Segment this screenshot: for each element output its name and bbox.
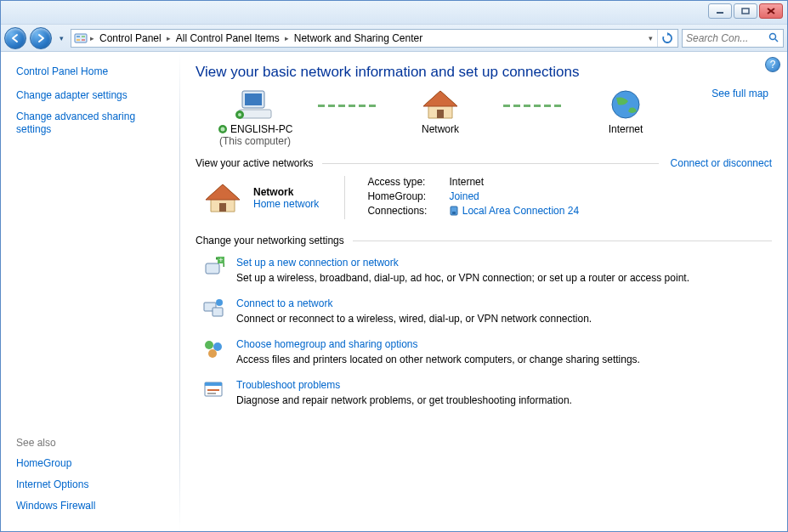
connect-disconnect-link[interactable]: Connect or disconnect	[671, 157, 772, 169]
svg-point-30	[213, 342, 222, 351]
svg-point-31	[208, 349, 217, 358]
see-also-label: See also	[16, 437, 169, 449]
address-dropdown[interactable]: ▾	[643, 34, 657, 42]
breadcrumb-item[interactable]: Control Panel	[96, 30, 165, 47]
svg-point-28	[216, 299, 223, 306]
map-connection-line	[318, 105, 377, 107]
refresh-button[interactable]	[657, 30, 676, 47]
svg-rect-33	[205, 382, 222, 386]
recent-pages-dropdown[interactable]: ▾	[55, 31, 67, 46]
svg-rect-1	[742, 8, 749, 14]
map-node-label: Internet	[609, 123, 643, 135]
task-title[interactable]: Set up a new connection or network	[236, 257, 689, 269]
section-label: Change your networking settings	[196, 235, 344, 246]
task-homegroup-sharing[interactable]: Choose homegroup and sharing options Acc…	[202, 338, 772, 365]
svg-rect-22	[452, 212, 456, 214]
svg-rect-5	[77, 36, 80, 37]
svg-rect-8	[82, 39, 85, 41]
maximize-button[interactable]	[734, 3, 757, 19]
map-node-sublabel: (This computer)	[219, 135, 291, 147]
change-advanced-sharing-link[interactable]: Change advanced sharing settings	[16, 110, 169, 136]
access-type-label: Access type:	[367, 176, 440, 188]
homegroup-link[interactable]: HomeGroup	[16, 457, 169, 470]
network-details: Access type: Internet HomeGroup: Joined …	[344, 176, 579, 219]
address-bar: ▾ ▸ Control Panel ▸ All Control Panel It…	[1, 25, 787, 52]
house-icon	[422, 88, 459, 122]
house-icon	[204, 181, 241, 215]
homegroup-icon	[202, 338, 224, 360]
task-connect-network[interactable]: Connect to a network Connect or reconnec…	[202, 297, 772, 325]
network-map: ENGLISH-PC (This computer) Network	[196, 88, 772, 147]
breadcrumb-bar[interactable]: ▸ Control Panel ▸ All Control Panel Item…	[71, 29, 678, 48]
task-desc: Access files and printers located on oth…	[236, 354, 640, 365]
map-node-label: ENGLISH-PC	[218, 123, 293, 135]
breadcrumb-chevron[interactable]: ▸	[165, 30, 173, 47]
search-icon	[768, 32, 779, 43]
main-panel: ? View your basic network information an…	[180, 52, 787, 531]
svg-point-15	[238, 113, 241, 116]
active-networks-header: View your active networks Connect or dis…	[196, 157, 772, 169]
homegroup-label: HomeGroup:	[367, 190, 440, 202]
svg-point-9	[770, 34, 776, 40]
network-identity: Network Home network	[204, 176, 319, 219]
svg-rect-27	[213, 308, 223, 316]
breadcrumb-item[interactable]: Network and Sharing Center	[291, 30, 426, 47]
control-panel-home-link[interactable]: Control Panel Home	[16, 65, 169, 77]
task-title[interactable]: Troubleshoot problems	[236, 379, 572, 391]
task-setup-connection[interactable]: + Set up a new connection or network Set…	[202, 257, 772, 284]
see-full-map-link[interactable]: See full map	[711, 88, 772, 99]
network-name: Network	[253, 186, 319, 198]
forward-button[interactable]	[30, 27, 52, 49]
computer-icon	[235, 88, 275, 122]
svg-line-10	[775, 39, 778, 42]
homegroup-value-link[interactable]: Joined	[449, 190, 479, 202]
minimize-button[interactable]	[708, 3, 732, 19]
connection-link[interactable]: Local Area Connection 24	[449, 205, 579, 217]
breadcrumb-chevron[interactable]: ▸	[88, 30, 96, 47]
change-settings-header: Change your networking settings	[196, 235, 772, 246]
section-label: View your active networks	[196, 157, 314, 169]
search-placeholder: Search Con...	[686, 32, 748, 44]
back-button[interactable]	[4, 27, 26, 49]
see-also-section: See also HomeGroup Internet Options Wind…	[16, 420, 169, 521]
internet-options-link[interactable]: Internet Options	[16, 478, 169, 491]
svg-rect-4	[75, 34, 87, 42]
task-desc: Diagnose and repair network problems, or…	[236, 394, 572, 406]
close-button[interactable]	[759, 3, 783, 19]
map-node-this-computer[interactable]: ENGLISH-PC (This computer)	[196, 88, 315, 147]
control-panel-icon	[73, 31, 88, 46]
window-titlebar	[1, 1, 787, 25]
window-controls	[708, 3, 783, 19]
active-network-row: Network Home network Access type: Intern…	[204, 176, 772, 219]
svg-point-17	[220, 127, 224, 132]
task-desc: Connect or reconnect to a wireless, wire…	[236, 313, 592, 325]
change-adapter-settings-link[interactable]: Change adapter settings	[16, 89, 169, 102]
page-title: View your basic network information and …	[196, 64, 772, 81]
content-area: Control Panel Home Change adapter settin…	[1, 52, 787, 531]
svg-rect-6	[82, 36, 85, 37]
ethernet-icon	[449, 205, 459, 217]
task-title[interactable]: Choose homegroup and sharing options	[236, 338, 640, 350]
search-input[interactable]: Search Con...	[682, 29, 784, 48]
task-desc: Set up a wireless, broadband, dial-up, a…	[236, 272, 689, 284]
breadcrumb-item[interactable]: All Control Panel Items	[173, 30, 283, 47]
access-type-value: Internet	[449, 176, 484, 188]
help-icon[interactable]: ?	[765, 57, 780, 72]
network-type-link[interactable]: Home network	[253, 198, 319, 210]
troubleshoot-icon	[202, 379, 224, 401]
svg-point-29	[205, 341, 213, 349]
task-title[interactable]: Connect to a network	[236, 297, 592, 309]
svg-rect-7	[77, 39, 80, 41]
svg-rect-23	[206, 263, 219, 274]
tasks-list: + Set up a new connection or network Set…	[196, 257, 772, 406]
map-node-internet[interactable]: Internet	[566, 88, 685, 147]
svg-rect-18	[437, 110, 444, 118]
breadcrumb-chevron[interactable]: ▸	[283, 30, 291, 47]
map-node-network[interactable]: Network	[381, 88, 500, 147]
svg-rect-12	[245, 93, 262, 105]
windows-firewall-link[interactable]: Windows Firewall	[16, 500, 169, 512]
connections-label: Connections:	[367, 205, 440, 217]
connect-network-icon	[202, 297, 224, 320]
task-troubleshoot[interactable]: Troubleshoot problems Diagnose and repai…	[202, 379, 772, 406]
svg-point-19	[612, 91, 639, 118]
